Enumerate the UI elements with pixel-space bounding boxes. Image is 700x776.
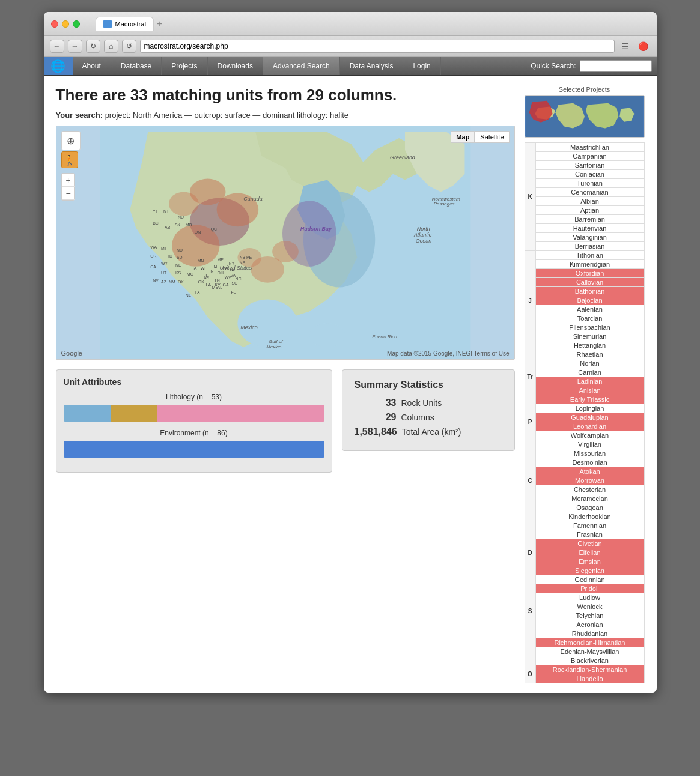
- strat-age-cell[interactable]: Campanian: [535, 152, 644, 161]
- strat-age-cell[interactable]: Givetian: [535, 539, 644, 548]
- strat-row[interactable]: PLopingian: [525, 404, 644, 413]
- strat-age-cell[interactable]: Valanginian: [535, 233, 644, 242]
- strat-age-cell[interactable]: Ladinian: [535, 377, 644, 386]
- strat-age-cell[interactable]: Telychian: [535, 611, 644, 620]
- strat-age-cell[interactable]: Richmondian-Hirnantian: [535, 638, 644, 647]
- strat-age-cell[interactable]: Coniacian: [535, 170, 644, 179]
- strat-row[interactable]: CVirgilian: [525, 440, 644, 449]
- strat-age-cell[interactable]: Siegenian: [535, 566, 644, 575]
- strat-age-cell[interactable]: Hauterivian: [535, 224, 644, 233]
- strat-row[interactable]: Berriasian: [525, 242, 644, 251]
- strat-row[interactable]: Morrowan: [525, 476, 644, 485]
- strat-row[interactable]: Hauterivian: [525, 224, 644, 233]
- strat-row[interactable]: SPridoli: [525, 584, 644, 593]
- strat-age-cell[interactable]: Bathonian: [535, 287, 644, 296]
- strat-row[interactable]: Aptian: [525, 206, 644, 215]
- nav-login[interactable]: Login: [403, 57, 440, 75]
- active-tab[interactable]: Macrostrat: [96, 17, 154, 31]
- strat-row[interactable]: Aalenian: [525, 305, 644, 314]
- nav-database[interactable]: Database: [111, 57, 162, 75]
- strat-row[interactable]: Ladinian: [525, 377, 644, 386]
- forward-button[interactable]: →: [68, 40, 82, 53]
- strat-age-cell[interactable]: Toarcian: [535, 314, 644, 323]
- strat-age-cell[interactable]: Aptian: [535, 206, 644, 215]
- strat-row[interactable]: Atokan: [525, 467, 644, 476]
- history-button[interactable]: ↺: [122, 40, 136, 53]
- nav-about[interactable]: About: [73, 57, 111, 75]
- minimize-button[interactable]: [62, 20, 69, 28]
- nav-data-analysis[interactable]: Data Analysis: [340, 57, 404, 75]
- strat-age-cell[interactable]: Berriasian: [535, 242, 644, 251]
- strat-row[interactable]: Aeronian: [525, 620, 644, 629]
- strat-age-cell[interactable]: Santonian: [535, 161, 644, 170]
- strat-age-cell[interactable]: Missourian: [535, 449, 644, 458]
- map-zoom-in[interactable]: +: [62, 174, 75, 187]
- strat-row[interactable]: Norian: [525, 359, 644, 368]
- strat-age-cell[interactable]: Blackriverian: [535, 656, 644, 665]
- strat-row[interactable]: Pliensbachian: [525, 323, 644, 332]
- strat-row[interactable]: Guadalupian: [525, 413, 644, 422]
- strat-age-cell[interactable]: Sinemurian: [535, 332, 644, 341]
- strat-age-cell[interactable]: Aalenian: [535, 305, 644, 314]
- strat-age-cell[interactable]: Barremian: [535, 215, 644, 224]
- strat-row[interactable]: Missourian: [525, 449, 644, 458]
- strat-age-cell[interactable]: Ludlow: [535, 593, 644, 602]
- nav-advanced-search[interactable]: Advanced Search: [263, 57, 340, 75]
- strat-row[interactable]: Wenlock: [525, 602, 644, 611]
- strat-age-cell[interactable]: Rhaetian: [535, 350, 644, 359]
- strat-age-cell[interactable]: Osagean: [535, 503, 644, 512]
- strat-row[interactable]: Bathonian: [525, 287, 644, 296]
- strat-row[interactable]: Telychian: [525, 611, 644, 620]
- strat-age-cell[interactable]: Frasnian: [535, 530, 644, 539]
- strat-age-cell[interactable]: Eifelian: [535, 548, 644, 557]
- strat-row[interactable]: Rocklandian-Shermanian: [525, 665, 644, 674]
- strat-row[interactable]: TrRhaetian: [525, 350, 644, 359]
- strat-row[interactable]: Edenian-Maysvillian: [525, 647, 644, 656]
- strat-age-cell[interactable]: Oxfordian: [535, 269, 644, 278]
- strat-age-cell[interactable]: Kimmeridgian: [535, 260, 644, 269]
- close-button[interactable]: [51, 20, 58, 28]
- map-type-map[interactable]: Map: [451, 131, 475, 143]
- strat-age-cell[interactable]: Hettangian: [535, 341, 644, 350]
- strat-age-cell[interactable]: Famennian: [535, 521, 644, 530]
- strat-row[interactable]: Oxfordian: [525, 269, 644, 278]
- strat-row[interactable]: Kimmeridgian: [525, 260, 644, 269]
- strat-row[interactable]: JTithonian: [525, 251, 644, 260]
- strat-age-cell[interactable]: Emsian: [535, 557, 644, 566]
- strat-age-cell[interactable]: Callovian: [535, 278, 644, 287]
- strat-row[interactable]: Eifelian: [525, 548, 644, 557]
- strat-row[interactable]: Emsian: [525, 557, 644, 566]
- strat-row[interactable]: Anisian: [525, 386, 644, 395]
- strat-age-cell[interactable]: Carnian: [535, 368, 644, 377]
- strat-row[interactable]: Blackriverian: [525, 656, 644, 665]
- strat-row[interactable]: Chesterian: [525, 485, 644, 494]
- strat-age-cell[interactable]: Lopingian: [535, 404, 644, 413]
- strat-row[interactable]: Valanginian: [525, 233, 644, 242]
- strat-age-cell[interactable]: Rhuddanian: [535, 629, 644, 638]
- strat-row[interactable]: Givetian: [525, 539, 644, 548]
- strat-age-cell[interactable]: Rocklandian-Shermanian: [535, 665, 644, 674]
- strat-row[interactable]: ORichmondian-Hirnantian: [525, 638, 644, 647]
- strat-age-cell[interactable]: Maastrichlian: [535, 143, 644, 152]
- strat-age-cell[interactable]: Morrowan: [535, 476, 644, 485]
- strat-age-cell[interactable]: Wenlock: [535, 602, 644, 611]
- strat-row[interactable]: Gedinnian: [525, 575, 644, 584]
- browser-menu-icon[interactable]: ☰: [618, 40, 633, 53]
- nav-downloads[interactable]: Downloads: [208, 57, 263, 75]
- strat-row[interactable]: Ludlow: [525, 593, 644, 602]
- strat-age-cell[interactable]: Anisian: [535, 386, 644, 395]
- strat-row[interactable]: Campanian: [525, 152, 644, 161]
- strat-row[interactable]: Turonian: [525, 179, 644, 188]
- strat-row[interactable]: Bajocian: [525, 296, 644, 305]
- strat-row[interactable]: Frasnian: [525, 530, 644, 539]
- strat-age-cell[interactable]: Pridoli: [535, 584, 644, 593]
- strat-row[interactable]: Osagean: [525, 503, 644, 512]
- strat-row[interactable]: Rhuddanian: [525, 629, 644, 638]
- strat-row[interactable]: KMaastrichlian: [525, 143, 644, 152]
- strat-row[interactable]: Hettangian: [525, 341, 644, 350]
- strat-age-cell[interactable]: Guadalupian: [535, 413, 644, 422]
- map-street-view[interactable]: 🚶: [61, 151, 78, 168]
- strat-row[interactable]: Sinemurian: [525, 332, 644, 341]
- strat-age-cell[interactable]: Norian: [535, 359, 644, 368]
- strat-age-cell[interactable]: Atokan: [535, 467, 644, 476]
